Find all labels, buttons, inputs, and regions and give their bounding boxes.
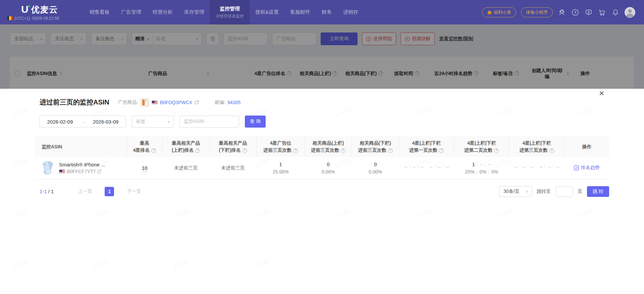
modal-header: 进过前三页的监控ASIN 广告商品: B0FDQ3PWCX 邮编: 94305 … — [0, 89, 644, 107]
help-icon[interactable]: ? — [439, 148, 444, 153]
notification-bell-icon[interactable] — [611, 8, 620, 17]
nav-item-ad-management[interactable]: 广告管理 — [115, 0, 147, 24]
modal-table-header: 监控ASIN 最高4星排名? 最高相关产品(上栏)排名? 最高相关产品(下栏)排… — [35, 136, 609, 157]
help-icon[interactable]: ? — [151, 148, 156, 153]
user-avatar[interactable] — [625, 7, 635, 18]
support-headset-icon[interactable] — [557, 8, 566, 17]
best-lower-rank-value: 未进前三页 — [209, 157, 256, 179]
col-page2-count: 4星|上栏|下栏进第二页次数? — [454, 136, 509, 157]
col-lower-top3-count: 相关商品(下栏)进前三页次数? — [352, 136, 399, 157]
nav-item-customer-email[interactable]: 客服邮件 — [284, 0, 316, 24]
col-star4-top3-count: 4星广告位进前三页次数? — [257, 136, 305, 157]
ad-product-info: 广告商品: B0FDQ3PWCX 邮编: 94305 — [118, 98, 240, 107]
feedback-message-icon[interactable] — [584, 8, 593, 17]
next-page-button[interactable]: 下一页 — [127, 189, 141, 195]
col-monitor-asin: 监控ASIN — [35, 136, 127, 157]
help-icon[interactable]: ? — [549, 148, 554, 153]
nav-item-finance[interactable]: 财务 — [316, 0, 337, 24]
help-icon[interactable]: ? — [494, 148, 499, 153]
help-icon[interactable]: ? — [388, 148, 393, 153]
modal-filter-bar: 2026-02-09 → 2026-03-09 标签∨ 监控ASIN 查 询 — [40, 116, 644, 128]
best-upper-rank-value: 未进前三页 — [162, 157, 209, 179]
arrow-right-icon: → — [80, 119, 85, 124]
brand-block: U 优麦云 (UTC+1): 03/09 09:22:56 — [0, 0, 84, 24]
ad-product-asin-link[interactable]: B0FDQ3PWCX — [160, 100, 192, 105]
page2-count-cell: 1---- 25%0%0% — [454, 157, 509, 179]
col-page1-count: 4星|上栏|下栏进第一页次数? — [399, 136, 454, 157]
jump-button[interactable]: 跳 转 — [587, 186, 609, 197]
svg-text:?: ? — [574, 10, 577, 14]
help-question-icon[interactable]: ? — [571, 8, 580, 17]
trend-chart-icon — [574, 165, 579, 170]
help-icon[interactable]: ? — [195, 148, 200, 153]
brand-name: 优麦云 — [31, 4, 58, 15]
product-cell: Smartish® iPhone ... B0FFCF7YT7 — [40, 160, 127, 176]
nav-item-inventory[interactable]: 库存管理 — [178, 0, 210, 24]
external-link-icon[interactable] — [195, 100, 199, 104]
nav-item-monitoring[interactable]: 监控管理 详情页排名监控 — [210, 0, 250, 24]
external-link-icon[interactable] — [97, 169, 101, 173]
jump-page-input[interactable] — [555, 186, 573, 197]
pagination-range: 1-1/ 1 — [40, 189, 54, 194]
modal-query-button[interactable]: 查 询 — [245, 116, 266, 128]
date-range-picker[interactable]: 2026-02-09 → 2026-03-09 — [40, 116, 126, 128]
page-unit-label: 页 — [578, 189, 582, 195]
close-icon[interactable]: ✕ — [599, 90, 604, 97]
nav-item-purchase-sale-stock[interactable]: 进销存 — [337, 0, 364, 24]
product-asin-row: B0FFCF7YT7 — [59, 169, 105, 174]
date-from[interactable]: 2026-02-09 — [47, 119, 73, 125]
miniapp-button[interactable]: 体验小程序 — [521, 7, 553, 17]
product-asin[interactable]: B0FFCF7YT7 — [67, 169, 96, 174]
nav-right-tools: 福利小屋 体验小程序 ? — [482, 0, 644, 24]
zip-value: 94305 — [227, 100, 240, 105]
jump-to-label: 跳转至 — [537, 189, 551, 195]
col-operation: 操作 — [564, 136, 609, 157]
rank-trend-link[interactable]: 排名趋势 — [574, 165, 600, 171]
nav-item-business-analysis[interactable]: 经营分析 — [147, 0, 178, 24]
col-best-upper-rank: 最高相关产品(上栏)排名? — [162, 136, 209, 157]
pagination: 1-1/ 1 上一页 1 下一页 30条/页∨ 跳转至 页 跳 转 — [35, 186, 609, 197]
date-to[interactable]: 2026-03-09 — [93, 119, 119, 125]
page3-count-cell: ------ ------ — [509, 157, 564, 179]
brand-logo-icon: U — [21, 5, 29, 14]
ad-product-label: 广告商品: — [118, 99, 138, 105]
zip-group: 邮编: 94305 — [215, 99, 240, 105]
us-flag-icon — [152, 100, 158, 104]
col-best-lower-rank: 最高相关产品(下栏)排名? — [209, 136, 256, 157]
page-number-1[interactable]: 1 — [105, 187, 114, 196]
house-icon — [487, 10, 492, 15]
best-star4-rank-value[interactable]: 10 — [142, 165, 148, 171]
modal-title: 进过前三页的监控ASIN — [40, 98, 109, 107]
col-upper-top3-count: 相关商品(上栏)进前三页次数? — [305, 136, 352, 157]
nav-item-monitoring-subtitle: 详情页排名监控 — [216, 13, 244, 19]
main-menu: 销售看板 广告管理 经营分析 库存管理 监控管理 详情页排名监控 授权&设置 客… — [84, 0, 364, 24]
welfare-house-button[interactable]: 福利小屋 — [482, 7, 516, 17]
col-best-star4-rank: 最高4星排名? — [127, 136, 162, 157]
help-icon[interactable]: ? — [341, 148, 345, 153]
product-title[interactable]: Smartish® iPhone ... — [59, 162, 105, 167]
help-icon[interactable]: ? — [243, 148, 247, 153]
top-nav: U 优麦云 (UTC+1): 03/09 09:22:56 销售看板 广告管理 … — [0, 0, 644, 24]
belgium-flag-icon — [7, 16, 13, 20]
page-size-select[interactable]: 30条/页∨ — [499, 186, 532, 197]
page1-count-cell: ------ ------ — [399, 157, 454, 179]
lower-top3-cell: 0 0.00% — [352, 157, 399, 179]
monitor-asin-modal: 1718517185171851718517185171851718517185… — [0, 89, 644, 294]
nav-item-sales-dashboard[interactable]: 销售看板 — [84, 0, 115, 24]
cart-icon[interactable] — [598, 8, 606, 17]
page-content: 全部站点∨ 关注状态∨ 备注颜色∨ 精准∨ 标签∨ 监控ASIN 广告商品 立即… — [0, 24, 644, 294]
nav-item-authorization-settings[interactable]: 授权&设置 — [250, 0, 284, 24]
zip-label: 邮编: — [215, 99, 225, 105]
col-page3-count: 4星|上栏|下栏进第三页次数? — [509, 136, 564, 157]
prev-page-button[interactable]: 上一页 — [78, 189, 92, 195]
help-icon[interactable]: ? — [293, 148, 298, 153]
modal-tag-select[interactable]: 标签∨ — [132, 116, 174, 128]
table-row: Smartish® iPhone ... B0FFCF7YT7 10 未进前三页 — [35, 157, 609, 179]
pagination-right: 30条/页∨ 跳转至 页 跳 转 — [499, 186, 609, 197]
upper-top3-cell: 0 0.00% — [305, 157, 352, 179]
star4-top3-cell: 1 25.00% — [257, 157, 305, 179]
modal-asin-input[interactable]: 监控ASIN — [179, 116, 239, 128]
chevron-down-icon: ∨ — [526, 190, 528, 193]
product-image — [40, 160, 56, 176]
timezone-clock: (UTC+1): 03/09 09:22:56 — [14, 16, 59, 21]
